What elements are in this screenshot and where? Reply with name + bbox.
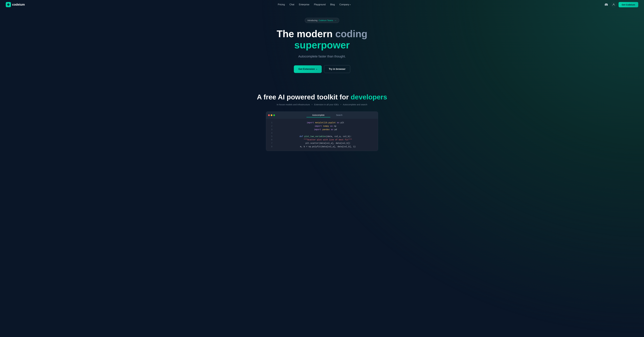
nav-playground[interactable]: Playground: [314, 3, 326, 6]
nav-blog[interactable]: Blog: [330, 3, 335, 6]
logo-text: codeium: [12, 3, 25, 6]
window-maximize-dot: [273, 114, 275, 116]
toolkit-section: A free AI powered toolkit for developers…: [0, 84, 644, 155]
get-extension-button[interactable]: Get Extension ›: [294, 65, 322, 73]
navbar-right: Get Codeium: [604, 2, 638, 7]
editor-titlebar: Autocomplete Search: [266, 112, 378, 119]
line-num-7: 7: [268, 142, 272, 145]
line-num-4: 4: [268, 131, 272, 135]
nav-pricing[interactable]: Pricing: [278, 3, 285, 6]
navbar: codeium Pricing Chat Enterprise Playgrou…: [0, 0, 644, 9]
svg-point-2: [613, 3, 614, 4]
editor-tabs: Autocomplete Search: [279, 113, 376, 117]
code-line-4: 4: [266, 131, 378, 135]
hero-title-part1: The modern: [277, 28, 333, 39]
toolkit-title: A free AI powered toolkit for developers: [3, 93, 641, 101]
get-extension-arrow: ›: [316, 68, 317, 71]
code-line-7: 7 plt.scatter(data[col_a], data[col_b]): [266, 142, 378, 145]
code-line-6: 6 """Scatter plot with line of best fit"…: [266, 138, 378, 142]
hero-buttons: Get Extension › Try in browser: [294, 65, 350, 73]
tab-search[interactable]: Search: [330, 113, 348, 117]
editor-body: 1 import matplotlib.pyplot as plt 2 impo…: [266, 119, 378, 151]
code-editor: Autocomplete Search 1 import matplotlib.…: [266, 111, 378, 151]
line-num-6: 6: [268, 138, 272, 142]
line-num-8: 8: [268, 145, 272, 149]
chevron-down-icon: ▾: [350, 4, 350, 5]
code-line-5: 5 def plot_two_variables(data, col_a, co…: [266, 135, 378, 138]
toolkit-subtitle-item2: Extension in all your IDEs: [314, 103, 339, 106]
hero-section: Introducing Codeium Teams → The modern c…: [0, 9, 644, 84]
nav-chat[interactable]: Chat: [289, 3, 294, 6]
code-line-1: 1 import matplotlib.pyplot as plt: [266, 121, 378, 125]
logo-icon: [6, 2, 11, 7]
hero-title-part2: coding: [335, 28, 368, 39]
hero-title-part3: superpower: [277, 39, 368, 50]
hero-subtitle: Autocomplete faster than thought.: [298, 55, 346, 58]
user-icon[interactable]: [611, 2, 616, 7]
badge-arrow: →: [334, 19, 336, 22]
nav-links: Pricing Chat Enterprise Playground Blog …: [278, 3, 350, 6]
toolkit-subtitle: In house models and infrastructure • Ext…: [3, 103, 641, 106]
separator-dot-1: •: [312, 103, 312, 106]
logo-area: codeium: [6, 2, 25, 7]
separator-dot-2: •: [340, 103, 341, 106]
try-browser-button[interactable]: Try in browser: [324, 65, 350, 73]
line-num-2: 2: [268, 125, 272, 128]
toolkit-subtitle-item1: In house models and infrastructure: [277, 103, 310, 106]
nav-enterprise[interactable]: Enterprise: [299, 3, 309, 6]
line-num-3: 3: [268, 128, 272, 131]
intro-badge[interactable]: Introducing Codeium Teams →: [305, 18, 339, 23]
intro-badge-text: Introducing: [308, 19, 318, 21]
nav-company[interactable]: Company ▾: [340, 3, 350, 6]
hero-title: The modern coding superpower: [277, 28, 368, 50]
code-line-2: 2 import numpy as np: [266, 125, 378, 128]
line-num-1: 1: [268, 121, 272, 125]
get-codeium-button[interactable]: Get Codeium: [618, 2, 638, 7]
line-num-5: 5: [268, 135, 272, 138]
code-line-8: 8 m, b = np.polyfit(data[col_a], data[co…: [266, 145, 378, 149]
svg-point-1: [8, 4, 9, 5]
toolkit-subtitle-item3: Autocomplete and search: [343, 103, 367, 106]
window-minimize-dot: [271, 114, 272, 116]
discord-icon[interactable]: [604, 2, 609, 7]
tab-autocomplete[interactable]: Autocomplete: [306, 113, 330, 117]
code-line-3: 3 import pandas as pd: [266, 128, 378, 131]
toolkit-title-highlight: developers: [351, 93, 387, 101]
toolkit-title-start: A free AI powered toolkit for: [257, 93, 349, 101]
teams-badge-text: Codeium Teams: [318, 19, 333, 21]
window-close-dot: [268, 114, 270, 116]
